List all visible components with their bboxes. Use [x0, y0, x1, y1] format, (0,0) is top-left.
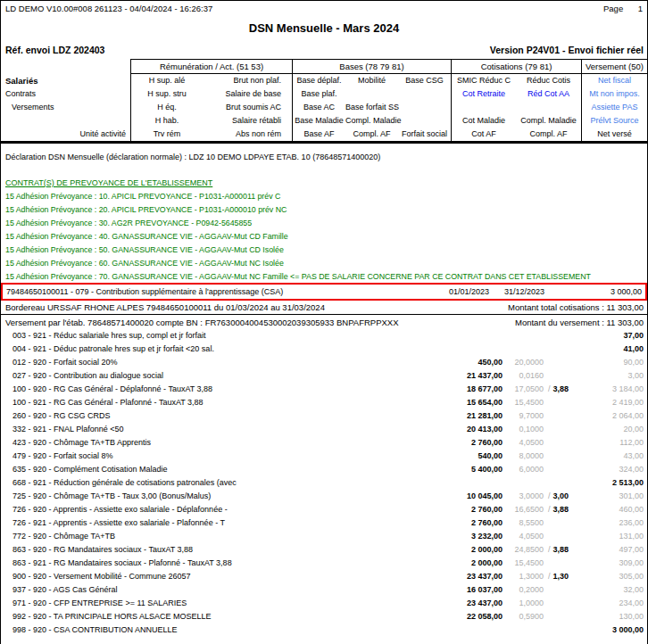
- cotisation-base: 22 058,00: [395, 610, 503, 623]
- contract-line: 15 Adhésion Prévoyance : 30. AG2R PREVOY…: [5, 217, 644, 230]
- cotisation-label: 003 - 921 - Réduc salariale hres sup, co…: [1, 329, 395, 343]
- cotisation-at-rate: [544, 356, 574, 369]
- cotisation-label: 726 - 920 - Apprentis - Assiette exo sal…: [1, 503, 395, 516]
- cotisation-rate: 0,0160: [503, 369, 544, 383]
- cotisation-row: 100 - 921 - RG Cas Général - Plafonné - …: [1, 396, 647, 409]
- cotisation-at-rate: [544, 396, 574, 409]
- cotisation-amount: 90,00: [574, 356, 644, 369]
- at-rate-value: [548, 451, 551, 460]
- cotisation-at-rate: [544, 583, 574, 597]
- at-rate-value: [548, 625, 551, 634]
- cotisation-row: 726 - 920 - Apprentis - Assiette exo sal…: [1, 503, 647, 516]
- at-rate-value: [548, 358, 551, 367]
- cotisation-row: 003 - 921 - Réduc salariale hres sup, co…: [1, 329, 647, 343]
- version-envoi: Version P24V01 - Envoi fichier réel: [490, 45, 644, 55]
- at-rate-value: 3,88: [551, 545, 569, 554]
- cotisation-base: 2 000,00: [395, 557, 503, 570]
- label-blank: [1, 114, 130, 128]
- cotisation-rate: 1,3000: [503, 570, 544, 583]
- cotisation-amount: 2 419,00: [574, 396, 644, 409]
- cotisation-label: 260 - 920 - RG CSG CRDS: [1, 409, 395, 423]
- cotisation-base: 5 400,00: [395, 463, 503, 476]
- bordereau-line: Bordereau URSSAF RHONE ALPES 79484650100…: [1, 301, 647, 315]
- bordereau-total: Montant total cotisations : 11 303,00: [508, 302, 644, 312]
- cotisation-at-rate: [544, 623, 574, 637]
- cotisation-row: 479 - 920 - Forfait social 8% 540,00 8,0…: [1, 450, 647, 463]
- cotisation-label: 772 - 920 - Chômage TA+TB: [1, 530, 395, 543]
- cotisation-rate: 1,0000: [503, 597, 544, 610]
- cotisation-at-rate: [544, 463, 574, 476]
- at-rate-value: [548, 411, 551, 420]
- summary-header-table: Salariés Contrats Versements Unité activ…: [1, 59, 647, 144]
- contract-line: 15 Adhésion Prévoyance : 20. APICIL PREV…: [5, 203, 644, 217]
- cotisation-label: 423 - 920 - Chômage TA+TB Apprentis: [1, 436, 395, 450]
- report-title: DSN Mensuelle - Mars 2024: [1, 21, 647, 35]
- cotisation-base: 540,00: [395, 450, 503, 463]
- cotisation-amount: 131,00: [574, 530, 644, 543]
- contracts-section: CONTRAT(S) DE PREVOYANCE DE L'ETABLISSEM…: [5, 176, 644, 284]
- cotisation-amount: 3 000,00: [574, 623, 644, 637]
- csa-date-end: 31/12/2023: [489, 287, 544, 296]
- cotisation-label: 998 - 920 - CSA CONTRIBUTION ANNUELLE: [1, 623, 395, 637]
- contracts-heading: CONTRAT(S) DE PREVOYANCE DE L'ETABLISSEM…: [5, 176, 644, 190]
- cotisation-row: 635 - 920 - Complément Cotisation Maladi…: [1, 463, 647, 476]
- cotisation-base: 23 437,00: [395, 597, 503, 610]
- cotisation-at-rate: [544, 409, 574, 423]
- cotisation-amount: 309,00: [574, 557, 644, 570]
- contract-line: 15 Adhésion Prévoyance : 50. GANASSURANC…: [5, 244, 644, 257]
- label-contrats: Contrats: [1, 87, 130, 101]
- cotisation-rate: 17,0500: [503, 383, 544, 396]
- cotisation-at-rate: [544, 329, 574, 343]
- cotisation-at-rate: [544, 436, 574, 450]
- column-group-remuneration: Rémunération / Act. (51 53) H sup. aléBr…: [130, 59, 292, 141]
- column-group-cotisations: Cotisations (79 81) SMIC Réduc CRéduc Co…: [451, 59, 581, 141]
- cotisation-rate: 0,5900: [503, 610, 544, 623]
- at-rate-value: [548, 585, 551, 594]
- cotisation-base: 18 677,00: [395, 383, 503, 396]
- versement-label: Versement par l'étab. 78648571400020 com…: [5, 318, 399, 327]
- csa-amount: 3 000,00: [544, 287, 642, 296]
- at-rate-value: [548, 558, 551, 567]
- cotisation-label: 900 - 920 - Versement Mobilité - Commune…: [1, 570, 395, 583]
- bordereau-label: Bordereau URSSAF RHONE ALPES 79484650100…: [5, 302, 325, 312]
- cotisation-rate: 9,7000: [503, 409, 544, 423]
- cotisation-lines: 003 - 921 - Réduc salariale hres sup, co…: [1, 329, 647, 637]
- at-rate-value: 3,00: [551, 491, 569, 500]
- cotisation-row: 260 - 920 - RG CSG CRDS 21 281,00 9,7000…: [1, 409, 647, 423]
- cotisation-amount: 20,00: [574, 423, 644, 436]
- cotisation-row: 900 - 920 - Versement Mobilité - Commune…: [1, 570, 647, 583]
- cotisation-at-rate: [544, 597, 574, 610]
- cotisation-amount: 236,00: [574, 516, 644, 530]
- csa-label: 79484650100011 - 079 - Contribution supp…: [6, 287, 428, 296]
- declaration-line: Déclaration DSN Mensuelle (déclaration n…: [1, 144, 647, 176]
- cotisation-row: 027 - 920 - Contribution au dialogue soc…: [1, 369, 647, 383]
- cotisation-at-rate: /3,00: [544, 490, 574, 503]
- cotisation-amount: 41,00: [574, 343, 644, 356]
- cotisation-rate: [503, 623, 544, 637]
- cotisation-row: 668 - 921 - Réduction générale de cotisa…: [1, 476, 647, 490]
- at-rate-value: [548, 425, 551, 433]
- cotisation-label: 726 - 921 - Apprentis - Assiette exo sal…: [1, 516, 395, 530]
- cotisation-row: 725 - 920 - Chômage TA+TB - Taux 3,00 (B…: [1, 490, 647, 503]
- cotisation-label: 100 - 921 - RG Cas Général - Plafonné - …: [1, 396, 395, 409]
- cotisation-label: 668 - 921 - Réduction générale de cotisa…: [1, 476, 395, 490]
- contract-line: 15 Adhésion Prévoyance : 40. GANASSURANC…: [5, 230, 644, 244]
- cotisation-label: 635 - 920 - Complément Cotisation Maladi…: [1, 463, 395, 476]
- empty-group-header: [1, 59, 130, 74]
- contract-line: 15 Adhésion Prévoyance : 60. GANASSURANC…: [5, 257, 644, 270]
- at-rate-value: [548, 532, 551, 541]
- contract-line: 15 Adhésion Prévoyance : 10. APICIL PREV…: [5, 190, 644, 203]
- cotisation-base: 2 760,00: [395, 503, 503, 516]
- report-page: LD DEMO V10.00#008 261123 - 04/04/2024 -…: [0, 0, 648, 644]
- label-unite-activite: Unité activité: [1, 128, 130, 141]
- cotisation-rate: 8,0000: [503, 450, 544, 463]
- cotisation-row: 423 - 920 - Chômage TA+TB Apprentis 2 76…: [1, 436, 647, 450]
- cotisation-rate: 0,1000: [503, 423, 544, 436]
- at-rate-value: [548, 465, 551, 474]
- at-rate-value: [548, 612, 551, 621]
- cotisation-amount: 234,00: [574, 597, 644, 610]
- cotisation-rate: 6,0000: [503, 463, 544, 476]
- app-version-line: LD DEMO V10.00#008 261123 - 04/04/2024 -…: [5, 4, 212, 13]
- cotisation-label: 992 - 920 - TA PRINCIPALE HORS ALSACE MO…: [1, 610, 395, 623]
- cotisation-row: 100 - 920 - RG Cas Général - Déplafonné …: [1, 383, 647, 396]
